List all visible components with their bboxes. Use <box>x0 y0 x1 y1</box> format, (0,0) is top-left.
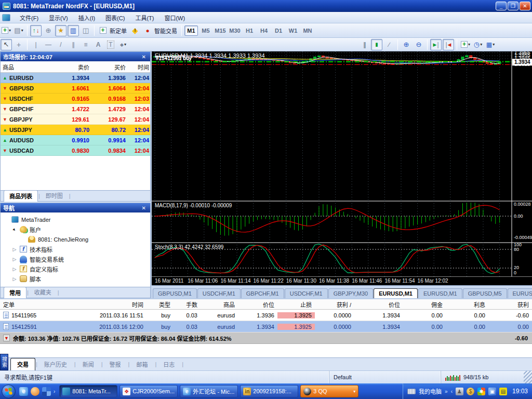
market-watch-row-usdcad[interactable]: ▼USDCAD0.98300.983412:04 <box>1 145 150 156</box>
ie-quicklaunch-icon[interactable]: e <box>19 387 28 396</box>
timeframe-m1[interactable]: M1 <box>184 25 198 36</box>
expert-advisors-label[interactable]: 智能交易 <box>154 26 177 35</box>
taskbar-task-2[interactable]: e外汇论坛 - Mic... <box>180 385 238 397</box>
data-window-button[interactable]: ◫ <box>80 25 91 36</box>
t-col-10[interactable]: 利息 <box>446 300 488 309</box>
navigator-tab[interactable]: 收藏夹 <box>29 286 57 298</box>
collapsed-triangle-icon[interactable]: ▷ <box>12 257 17 262</box>
alerts-button[interactable]: ◆! <box>129 25 141 36</box>
keyboard-layout-icon[interactable] <box>407 389 416 394</box>
close-button[interactable]: ✕ <box>520 2 530 10</box>
collapsed-triangle-icon[interactable]: ▷ <box>12 276 17 282</box>
market-watch-row-usdchf[interactable]: ▼USDCHF0.91650.916812:03 <box>1 94 150 104</box>
terminal-tab[interactable]: 账户历史 <box>37 358 74 370</box>
collapsed-triangle-icon[interactable]: ▷ <box>12 267 17 272</box>
chart-tab-2[interactable]: GBPCHF,M1 <box>241 288 284 298</box>
stochastic-indicator-pane[interactable]: 10080200Stoch(8,3,3) 42.4242 32.6599 <box>152 242 532 276</box>
t-col-3[interactable]: 手数 <box>174 300 201 309</box>
timeframe-m5[interactable]: M5 <box>199 25 212 36</box>
menu-file[interactable]: 文件(F) <box>15 12 44 23</box>
nav-item[interactable]: 8081: ChenJieRong <box>2 234 149 244</box>
line-chart-button[interactable]: ∕ <box>383 39 395 50</box>
taskbar-task-0[interactable]: 8081: MetaTr... <box>59 385 117 397</box>
cursor-button[interactable]: ↖ <box>1 39 12 50</box>
timeframe-h4[interactable]: H4 <box>257 25 271 36</box>
market-watch-row-usdjpy[interactable]: ▲USDJPY80.7080.7212:04 <box>1 125 150 135</box>
market-watch-row-audusd[interactable]: ▲AUDUSD0.99100.991412:04 <box>1 135 150 145</box>
resize-grip[interactable] <box>524 371 532 383</box>
trendline-button[interactable]: / <box>55 39 66 50</box>
menu-tools[interactable]: 工具(T) <box>130 12 159 23</box>
tick-chart-button[interactable]: ↑↓ <box>30 25 42 36</box>
chart-tab-8[interactable]: EURUSD <box>508 288 532 298</box>
chart-tab-5[interactable]: EURUSD,M1 <box>374 288 418 298</box>
macd-indicator-pane[interactable]: 0.000280.00-0.00049MACD(8,17,9) -0.00010… <box>152 201 532 242</box>
t-col-6[interactable]: 止损 <box>277 300 315 309</box>
timeframe-w1[interactable]: W1 <box>286 25 300 36</box>
tray-network-icon[interactable]: ▣ <box>488 388 496 395</box>
tray-star-icon[interactable]: ✱ <box>477 388 485 395</box>
t-col-1[interactable]: 时间 <box>78 300 147 309</box>
indicators-button[interactable]: +▾ <box>460 39 471 50</box>
new-chart-button[interactable]: +▾ <box>1 25 12 36</box>
auto-scroll-button[interactable]: ▶| <box>430 39 442 50</box>
market-watch-tab[interactable]: 即时图 <box>40 190 69 201</box>
tray-collapse-chevron[interactable]: ‹ <box>451 389 453 394</box>
minimize-button[interactable]: _ <box>496 2 507 10</box>
tray-chart-icon[interactable]: ▤ <box>499 388 507 395</box>
chart-tab-3[interactable]: USDCHF,M1 <box>285 288 328 298</box>
t-col-5[interactable]: 价位 <box>238 300 277 309</box>
terminal-tab[interactable]: 交易 <box>10 358 35 370</box>
t-col-7[interactable]: 获利 / <box>315 300 354 309</box>
tray-user-icon[interactable]: ♟ <box>456 388 463 395</box>
market-watch-toggle-button[interactable]: ★ <box>55 25 66 36</box>
bar-chart-button[interactable]: ||| <box>358 39 370 50</box>
menu-charts[interactable]: 图表(C) <box>100 12 130 23</box>
nav-item[interactable]: ▷智能交易系统 <box>2 254 149 264</box>
collapsed-triangle-icon[interactable]: ▷ <box>12 247 17 252</box>
docked-side-tab[interactable]: 搜索 <box>0 354 8 370</box>
restore-button[interactable]: ❐ <box>508 2 518 10</box>
taskbar-clock[interactable]: 19:03 <box>510 388 528 395</box>
terminal-tab[interactable]: 警报 <box>103 358 128 370</box>
t-col-0[interactable]: 定单 <box>0 300 78 309</box>
timeframe-d1[interactable]: D1 <box>272 25 285 36</box>
t-col-11[interactable]: 获利 <box>488 300 532 309</box>
taskbar-task-1[interactable]: ❖CJR2000!Sem... <box>119 385 178 397</box>
new-order-button[interactable]: + <box>97 25 109 36</box>
terminal-tab[interactable]: 邮箱 <box>129 358 154 370</box>
horizontal-line-button[interactable]: — <box>43 39 54 50</box>
t-col-9[interactable]: 佣金 <box>403 300 446 309</box>
periods-button[interactable]: ◷▾ <box>472 39 484 50</box>
chart-window[interactable]: #15411965 buy#15412591 buy1.39651.39551.… <box>152 51 532 298</box>
market-watch-row-gbpchf[interactable]: ▼GBPCHF1.47221.472912:04 <box>1 104 150 114</box>
t-col-2[interactable]: 类型 <box>147 300 174 309</box>
chart-shift-button[interactable]: |◀ <box>443 39 454 50</box>
timeframe-m15[interactable]: M15 <box>214 25 227 36</box>
timeframe-m30[interactable]: M30 <box>228 25 242 36</box>
shapes-button[interactable]: ◆▾ <box>117 39 129 50</box>
zoom-out-button[interactable]: ⊖ <box>413 39 424 50</box>
text-button[interactable]: A <box>92 39 104 50</box>
tray-moneybag-icon[interactable]: $ <box>467 388 474 395</box>
text-label-button[interactable]: T <box>105 39 116 50</box>
chart-tab-1[interactable]: USDCHF,M1 <box>197 288 241 298</box>
nav-item[interactable]: ▷f自定义指标 <box>2 264 149 274</box>
navigator-toggle-button[interactable]: ▥ <box>68 25 79 36</box>
fibonacci-button[interactable]: ≡ <box>80 39 91 50</box>
profiles-button[interactable]: ▤▾ <box>13 25 24 36</box>
terminal-tab[interactable]: 新闻 <box>76 358 101 370</box>
menu-insert[interactable]: 插入(I) <box>73 12 100 23</box>
close-icon[interactable]: ✕ <box>140 54 148 60</box>
start-button[interactable] <box>2 384 16 398</box>
desktop-toolbar-label[interactable]: 我的电脑 <box>419 387 442 395</box>
menu-window[interactable]: 窗口(W) <box>159 12 190 23</box>
vertical-line-button[interactable]: | <box>30 39 42 50</box>
t-col-8[interactable]: 价位 <box>354 300 403 309</box>
nav-item[interactable]: ▷脚本 <box>2 274 149 284</box>
terminal-tab[interactable]: 日志 <box>156 358 181 370</box>
main-chart-pane[interactable]: #15411965 buy#15412591 buy1.39651.39551.… <box>152 51 532 201</box>
t-col-4[interactable]: 商品 <box>201 300 238 309</box>
toolbar-expand-chevron[interactable]: » <box>445 389 448 394</box>
chart-tab-0[interactable]: GBPUSD,M1 <box>153 288 197 298</box>
